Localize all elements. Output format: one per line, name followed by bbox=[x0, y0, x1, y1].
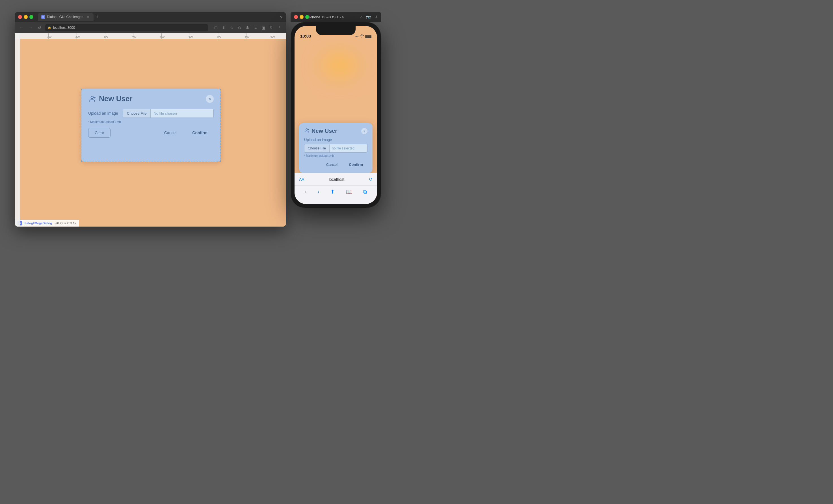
no-file-text: No file chosen bbox=[151, 109, 213, 118]
address-text: localhost:3000 bbox=[53, 26, 75, 30]
browser-toolbar: ← → ↺ 🔒 localhost:3000 ⊡ ⬆ ☆ ⊘ ✻ ≡ ▣ 🎙 ⋮ bbox=[15, 22, 286, 33]
signal-icon: ▪▪▪ bbox=[355, 35, 358, 38]
wifi-icon bbox=[360, 34, 364, 39]
ios-dialog-header: New User × bbox=[304, 128, 367, 134]
ios-confirm-btn[interactable]: Confirm bbox=[344, 161, 367, 168]
ios-no-file-text: no file selected bbox=[330, 144, 367, 152]
tab-title: Dialog | GUI Challenges bbox=[47, 15, 84, 19]
ios-dialog-close-btn[interactable]: × bbox=[361, 128, 367, 134]
dev-info-bar: ⊡ dialog#MegaDialog 520.29 × 263.17 bbox=[15, 220, 79, 227]
traffic-light-green[interactable] bbox=[29, 15, 33, 19]
ruler-mark-100: 100 bbox=[47, 35, 51, 38]
ios-nav-book-btn[interactable]: 📖 bbox=[346, 189, 352, 195]
iphone-home-icon[interactable]: ⌂ bbox=[360, 15, 363, 19]
iphone-screen: 10:03 ▪▪▪ ▓▓▓ bbox=[294, 26, 377, 204]
ios-nav-bar: ‹ › ⬆ 📖 ⧉ bbox=[294, 185, 377, 198]
browser-content: 100 200 300 400 500 600 700 800 900 100 … bbox=[15, 33, 286, 227]
ios-nav-share-btn[interactable]: ⬆ bbox=[330, 189, 335, 195]
traffic-light-red[interactable] bbox=[18, 15, 22, 19]
iphone-device: 10:03 ▪▪▪ ▓▓▓ bbox=[291, 22, 381, 208]
ios-file-input[interactable]: Choose File no file selected bbox=[304, 144, 367, 153]
ios-address-bar[interactable]: AA localhost ↺ bbox=[294, 173, 377, 185]
iphone-notch bbox=[316, 26, 356, 35]
iphone-title-text: iPhone 13 – iOS 15.4 bbox=[294, 15, 358, 19]
confirm-btn[interactable]: Confirm bbox=[186, 128, 214, 137]
upload-label: Upload an image bbox=[88, 111, 119, 116]
iphone-screenshot-icon[interactable]: 📷 bbox=[366, 15, 371, 19]
ruler-vertical: 100 200 300 400 500 600 bbox=[15, 33, 20, 227]
ruler-mark-400: 400 bbox=[132, 35, 136, 38]
nav-forward-btn[interactable]: → bbox=[27, 24, 34, 31]
ios-safari-bar: AA localhost ↺ ‹ › ⬆ 📖 ⧉ bbox=[294, 173, 377, 204]
tab-close-btn[interactable]: × bbox=[86, 15, 90, 19]
page-background: New User × Upload an image Choose File N… bbox=[20, 39, 286, 227]
address-lock-icon: 🔒 bbox=[47, 26, 51, 29]
dialog-body: Upload an image Choose File No file chos… bbox=[88, 109, 214, 123]
cancel-btn[interactable]: Cancel bbox=[158, 128, 183, 137]
tab-favicon: D bbox=[41, 15, 45, 19]
iphone-bg-blob bbox=[317, 49, 362, 82]
window-expand-btn[interactable]: ∨ bbox=[280, 15, 283, 19]
ios-dialog-footer: Cancel Confirm bbox=[304, 161, 367, 168]
ios-nav-forward-btn[interactable]: › bbox=[317, 189, 319, 195]
ruler-mark-600: 600 bbox=[189, 35, 193, 38]
ruler-v-300: 300 bbox=[15, 168, 70, 171]
ios-dialog-title: New User bbox=[311, 128, 337, 134]
svg-point-0 bbox=[91, 96, 94, 99]
battery-icon: ▓▓▓ bbox=[365, 35, 372, 38]
ios-nav-tabs-btn[interactable]: ⧉ bbox=[363, 189, 367, 195]
mic-icon[interactable]: 🎙 bbox=[268, 24, 275, 31]
ruler-mark-500: 500 bbox=[160, 35, 165, 38]
nav-reload-btn[interactable]: ↺ bbox=[36, 24, 43, 31]
traffic-light-yellow[interactable] bbox=[24, 15, 28, 19]
reader-icon[interactable]: ≡ bbox=[252, 24, 259, 31]
ruler-mark-300: 300 bbox=[104, 35, 108, 38]
iphone-title-bar: iPhone 13 – iOS 15.4 ⌂ 📷 ↺ bbox=[291, 12, 381, 22]
dev-selector: dialog#MegaDialog bbox=[24, 222, 52, 225]
dialog-close-btn[interactable]: × bbox=[206, 95, 214, 103]
multiwindow-icon[interactable]: ▣ bbox=[260, 24, 267, 31]
extensions-icon[interactable]: ✻ bbox=[244, 24, 251, 31]
open-external-icon[interactable]: ⊡ bbox=[213, 24, 219, 31]
ios-new-user-dialog: New User × Upload an image Choose File n… bbox=[299, 123, 373, 173]
more-icon[interactable]: ⋮ bbox=[276, 24, 283, 31]
iphone-simulator: iPhone 13 – iOS 15.4 ⌂ 📷 ↺ 10:03 ▪▪▪ bbox=[291, 12, 381, 208]
iphone-rotate-icon[interactable]: ↺ bbox=[374, 15, 378, 19]
ios-choose-file-btn[interactable]: Choose File bbox=[304, 144, 330, 152]
nav-back-btn[interactable]: ← bbox=[18, 24, 25, 31]
upload-row: Upload an image Choose File No file chos… bbox=[88, 109, 214, 118]
ruler-horizontal: 100 200 300 400 500 600 700 800 900 bbox=[15, 33, 286, 39]
dialog-title: New User bbox=[99, 94, 133, 103]
adblocker-icon[interactable]: ⊘ bbox=[236, 24, 243, 31]
ruler-mark-700: 700 bbox=[217, 35, 221, 38]
choose-file-btn[interactable]: Choose File bbox=[123, 109, 151, 118]
toolbar-icons: ⊡ ⬆ ☆ ⊘ ✻ ≡ ▣ 🎙 ⋮ bbox=[213, 24, 283, 31]
ruler-mark-200: 200 bbox=[75, 35, 80, 38]
address-bar[interactable]: 🔒 localhost:3000 bbox=[45, 24, 208, 31]
ruler-mark-900: 900 bbox=[270, 35, 275, 38]
dialog-footer-right: Cancel Confirm bbox=[158, 128, 214, 137]
ios-aa-text[interactable]: AA bbox=[299, 177, 304, 182]
share-icon[interactable]: ⬆ bbox=[220, 24, 227, 31]
browser-titlebar: D Dialog | GUI Challenges × + ∨ bbox=[15, 12, 286, 22]
ruler-v-600: 600 bbox=[15, 210, 28, 213]
dialog-header: New User × bbox=[88, 94, 214, 103]
clear-btn[interactable]: Clear bbox=[88, 128, 111, 137]
new-tab-btn[interactable]: + bbox=[95, 14, 100, 20]
ruler-mark-800: 800 bbox=[245, 35, 249, 38]
active-tab[interactable]: D Dialog | GUI Challenges × bbox=[38, 13, 94, 21]
file-input-area[interactable]: Choose File No file chosen bbox=[123, 109, 214, 118]
ios-cancel-btn[interactable]: Cancel bbox=[322, 161, 342, 168]
ios-url-text[interactable]: localhost bbox=[329, 177, 344, 182]
ios-reload-btn[interactable]: ↺ bbox=[369, 177, 373, 182]
ios-nav-back-btn[interactable]: ‹ bbox=[305, 189, 306, 195]
bookmark-icon[interactable]: ☆ bbox=[229, 24, 235, 31]
user-add-icon bbox=[88, 95, 96, 103]
dialog-title-area: New User bbox=[88, 94, 133, 103]
ruler-v-400: 400 bbox=[15, 182, 56, 185]
svg-point-3 bbox=[306, 129, 308, 130]
ios-dialog-title-area: New User bbox=[304, 128, 337, 134]
upload-hint: * Maximum upload 1mb bbox=[88, 120, 214, 123]
traffic-lights bbox=[18, 15, 33, 19]
browser-window: D Dialog | GUI Challenges × + ∨ ← → ↺ 🔒 … bbox=[15, 12, 286, 227]
